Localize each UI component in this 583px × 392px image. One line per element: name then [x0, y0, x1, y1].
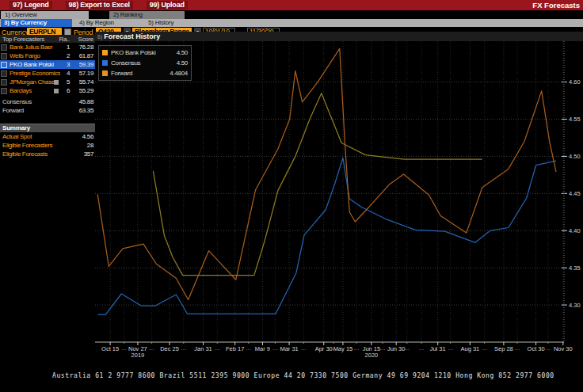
y-tick-label: 4.45	[569, 190, 581, 197]
forecaster-row[interactable]: Wells Fargo261.87	[0, 51, 95, 60]
series-line-forward	[153, 93, 482, 276]
x-tick-ellipsis: …	[380, 345, 386, 351]
forecaster-row[interactable]: Prestige Economics L..457.19	[0, 69, 95, 78]
forecaster-score: 76.28	[70, 44, 93, 51]
tab-overview[interactable]: 1) Overview	[1, 11, 89, 19]
column-header-score: Score	[70, 36, 93, 43]
aggregate-name: Consensus	[2, 98, 60, 105]
forecaster-checkbox[interactable]	[1, 62, 7, 68]
y-tick-label: 4.35	[569, 265, 581, 272]
forecaster-name: JPMorgan Chase	[10, 78, 54, 86]
forecaster-score: 55.74	[70, 78, 93, 86]
forecaster-score: 61.87	[70, 52, 93, 59]
y-tick-label: 4.30	[569, 302, 581, 309]
x-tick-ellipsis: …	[419, 345, 425, 351]
x-tick-ellipsis: …	[272, 345, 278, 351]
subtab-by-region[interactable]: 4) By Region	[79, 19, 114, 27]
subtab-history[interactable]: 5) History	[148, 19, 173, 27]
forecaster-rank: 3	[60, 61, 70, 68]
legend-swatch-icon	[102, 60, 108, 66]
x-tick-label: Oct 30	[528, 345, 545, 352]
x-tick-ellipsis: …	[482, 345, 487, 351]
x-tick-ellipsis: …	[404, 345, 410, 351]
forecaster-rank: 5	[60, 78, 70, 86]
x-tick-label: Dec 25	[160, 345, 179, 352]
summary-value: 4.56	[70, 133, 93, 140]
subtab-by-currency[interactable]: 3) By Currency	[1, 19, 72, 27]
y-tick-label: 4.55	[569, 116, 581, 123]
x-tick-label: Feb 17	[226, 345, 244, 352]
x-tick-label: Jul 31	[430, 345, 446, 352]
forecaster-checkbox[interactable]	[1, 44, 7, 51]
series-line-consensus	[97, 158, 556, 314]
x-year-label: 2020	[365, 352, 379, 358]
forecaster-rank: 6	[60, 87, 70, 94]
forecaster-checkbox[interactable]	[1, 53, 7, 59]
export-to-excel-button[interactable]: 98) Export to Excel	[66, 1, 133, 10]
forecaster-checkbox[interactable]	[1, 79, 7, 86]
tab-ranking[interactable]: 2) Ranking	[109, 11, 185, 19]
x-tick-ellipsis: …	[215, 345, 220, 351]
legend-swatch-icon	[102, 50, 108, 55]
legend-value: 4.4804	[170, 70, 188, 77]
y-tick-label: 4.60	[569, 78, 581, 86]
terminal-footer: Australia 61 2 9777 8600 Brazil 5511 239…	[0, 358, 583, 392]
summary-value: 357	[70, 150, 93, 158]
summary-header: Summary	[0, 124, 95, 132]
column-header-name: Top Forecasters	[2, 36, 57, 43]
forecaster-row[interactable]: Bank Julius Baer176.28	[0, 43, 95, 51]
summary-label: Eligible Forecasters	[2, 142, 70, 149]
summary-row: Eligible Forecasters28	[0, 141, 95, 150]
x-tick-label: Jun 30	[387, 345, 406, 352]
legend-label: Forward	[111, 70, 170, 77]
y-tick-label: 4.50	[569, 153, 581, 160]
forecaster-name: Barclays	[10, 87, 54, 94]
legend-item[interactable]: PKO Bank Polski4.50	[101, 48, 189, 58]
chart-legend: PKO Bank Polski4.50Consensus4.50Forward4…	[98, 45, 192, 81]
top-forecasters-panel: Top Forecasters Ra.. Score Bank Julius B…	[0, 35, 95, 158]
legend-item[interactable]: Forward4.4804	[101, 68, 189, 78]
forecaster-score: 57.19	[70, 70, 93, 77]
summary-label: Eligible Forecasts	[2, 150, 70, 158]
note-box-icon	[54, 89, 59, 93]
aggregate-score: 63.35	[70, 107, 93, 114]
aggregate-row[interactable]: Forward63.35	[0, 106, 95, 115]
aggregate-row[interactable]: Consensus45.88	[0, 97, 95, 106]
summary-row: Eligible Forecasts357	[0, 150, 95, 158]
x-tick-label: Mar 31	[280, 345, 298, 352]
x-tick-label: Sep 28	[494, 345, 513, 352]
upload-button[interactable]: 99) Upload	[147, 1, 188, 10]
forecaster-name: PKO Bank Polski	[10, 61, 60, 68]
forecaster-checkbox[interactable]	[1, 70, 7, 77]
forecaster-row[interactable]: JPMorgan Chase555.74	[0, 78, 95, 86]
y-tick-label: 4.40	[569, 227, 581, 234]
summary-row: Actual Spot4.56	[0, 132, 95, 141]
x-tick-label: Apr 30	[315, 345, 333, 352]
legend-button[interactable]: 97) Legend	[10, 1, 52, 10]
forecaster-name: Bank Julius Baer	[10, 44, 60, 51]
aggregates-list: Consensus45.88Forward63.35	[0, 97, 95, 115]
forecaster-row[interactable]: Barclays655.29	[0, 86, 95, 95]
x-tick-ellipsis: …	[448, 345, 453, 351]
x-tick-ellipsis: …	[354, 345, 360, 351]
x-tick-label: Mar 9	[255, 345, 270, 352]
legend-value: 4.50	[177, 49, 188, 56]
summary-value: 28	[70, 142, 93, 149]
aggregate-score: 45.88	[70, 98, 93, 105]
x-tick-ellipsis: …	[121, 345, 127, 351]
x-tick-ellipsis: …	[181, 345, 186, 351]
subtab-bar: 3) By Currency 4) By Region 5) History	[0, 19, 583, 27]
legend-label: PKO Bank Polski	[111, 49, 177, 56]
legend-item[interactable]: Consensus4.50	[101, 58, 189, 68]
forecasters-header-row: Top Forecasters Ra.. Score	[0, 35, 95, 43]
x-tick-label: Nov 30	[554, 345, 573, 352]
forecaster-name: Wells Fargo	[10, 52, 60, 59]
x-tick-ellipsis: …	[515, 345, 520, 351]
x-tick-ellipsis: …	[331, 345, 337, 351]
page-title: FX Forecasts	[532, 1, 580, 10]
forecaster-score: 59.39	[70, 61, 93, 68]
x-year-label: 2019	[131, 352, 145, 358]
forecaster-row[interactable]: PKO Bank Polski359.39	[0, 60, 95, 69]
chart-header-number: 6)	[95, 34, 104, 40]
forecaster-checkbox[interactable]	[1, 88, 7, 94]
